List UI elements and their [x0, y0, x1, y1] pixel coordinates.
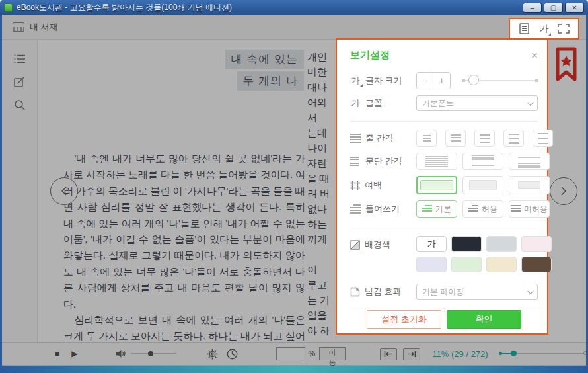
- page-view-icon[interactable]: [518, 22, 531, 36]
- font-select-value: 기본폰트: [422, 98, 454, 109]
- font-settings-icon[interactable]: 가: [538, 22, 549, 36]
- paragraph-spacing-option-3[interactable]: [509, 153, 550, 170]
- bg-swatch-lavender[interactable]: [416, 257, 447, 272]
- bg-swatch-green[interactable]: [451, 257, 482, 272]
- background-color-swatches: 가: [416, 236, 553, 272]
- background-color-icon: [350, 240, 360, 250]
- font-size-slider[interactable]: [462, 80, 538, 81]
- line-spacing-label: 줄 간격: [365, 132, 394, 144]
- panel-close-icon[interactable]: ×: [531, 50, 538, 61]
- view-tools-highlight-box: 가: [509, 18, 579, 40]
- indent-option-label: 허용: [482, 204, 497, 215]
- line-spacing-option-3[interactable]: [474, 130, 495, 147]
- font-label: 글꼴: [365, 97, 383, 109]
- minimize-button[interactable]: –: [523, 3, 542, 13]
- background-color-label: 배경색: [365, 239, 390, 251]
- fullscreen-icon[interactable]: [557, 22, 570, 36]
- window-title: eBook도서관 - 고요할수록 밝아지는 것들(100쇄 기념 에디션): [17, 2, 232, 13]
- bg-swatch-white-selected[interactable]: 가: [416, 236, 447, 252]
- margin-option-2[interactable]: [462, 176, 503, 194]
- paragraph-spacing-option-2[interactable]: [462, 153, 503, 170]
- font-size-increase-button[interactable]: +: [433, 73, 450, 89]
- paragraph-spacing-icon: [350, 157, 361, 166]
- line-spacing-option-4[interactable]: [503, 130, 524, 147]
- indent-icon: [350, 204, 361, 214]
- title-bar: eBook도서관 - 고요할수록 밝아지는 것들(100쇄 기념 에디션) – …: [0, 0, 588, 15]
- bg-swatch-cream[interactable]: [486, 257, 517, 272]
- chevron-down-icon: [527, 288, 534, 294]
- close-button[interactable]: ✕: [565, 3, 584, 13]
- margin-label: 여백: [365, 179, 382, 191]
- client-area: 내 서재 내 속에 있는 두 개의 나 '내 속엔 내가 너무도 많아 당신의 …: [2, 15, 586, 366]
- line-spacing-icon: [350, 134, 361, 143]
- font-icon: 가: [350, 97, 361, 109]
- app-icon: [4, 3, 13, 12]
- bg-swatch-dark[interactable]: [451, 236, 482, 252]
- maximize-button[interactable]: ▢: [544, 3, 563, 13]
- font-size-icon: 가: [350, 75, 361, 87]
- line-spacing-option-2[interactable]: [445, 130, 466, 147]
- page-turn-effect-value: 기본 페이징: [422, 286, 464, 298]
- indent-option-label: 기본: [435, 204, 451, 215]
- margin-option-1-selected[interactable]: [416, 176, 457, 194]
- line-spacing-option-5[interactable]: [533, 130, 553, 147]
- indent-option-label: 미허용: [524, 204, 548, 215]
- bg-swatch-gray[interactable]: [486, 236, 517, 252]
- app-window: eBook도서관 - 고요할수록 밝아지는 것들(100쇄 기념 에디션) – …: [0, 0, 588, 373]
- window-bottom-border: [0, 366, 588, 373]
- paragraph-spacing-label: 문단 간격: [365, 155, 402, 167]
- font-select[interactable]: 기본폰트: [416, 95, 538, 111]
- page-turn-effect-select[interactable]: 기본 페이징: [416, 284, 538, 300]
- indent-option-disallow[interactable]: 미허용: [509, 200, 550, 218]
- view-settings-panel: 보기설정 × 가글자 크기 − + 가글꼴 기본폰트: [336, 38, 548, 335]
- bg-swatch-pink[interactable]: [521, 236, 552, 252]
- indent-option-default-selected[interactable]: 기본: [416, 200, 457, 218]
- panel-title: 보기설정: [350, 49, 390, 62]
- page-turn-effect-label: 넘김 효과: [365, 286, 402, 298]
- font-size-stepper: − +: [416, 72, 451, 89]
- margin-option-3[interactable]: [509, 176, 550, 194]
- margin-icon: [350, 181, 360, 190]
- font-size-slider-knob[interactable]: [468, 75, 479, 85]
- reset-settings-button[interactable]: 설정 초기화: [367, 310, 441, 329]
- font-size-label: 글자 크기: [365, 75, 402, 87]
- bg-swatch-brown[interactable]: [521, 257, 552, 272]
- divider: [350, 228, 538, 228]
- paragraph-spacing-option-1[interactable]: [416, 153, 457, 170]
- chevron-down-icon: [527, 99, 534, 106]
- page-turn-icon: [350, 287, 360, 297]
- indent-option-allow[interactable]: 허용: [462, 200, 503, 218]
- line-spacing-option-1[interactable]: [416, 130, 437, 147]
- confirm-button[interactable]: 확인: [447, 310, 521, 329]
- font-size-decrease-button[interactable]: −: [417, 73, 433, 89]
- indent-label: 들여쓰기: [365, 203, 400, 215]
- divider: [350, 121, 538, 122]
